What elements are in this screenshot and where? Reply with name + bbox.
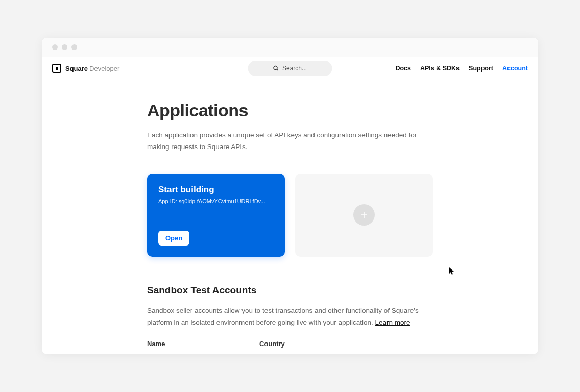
search-placeholder: Search... <box>282 65 307 72</box>
window-titlebar <box>42 38 538 57</box>
sandbox-section-title: Sandbox Test Accounts <box>147 285 433 296</box>
browser-window: SquareDeveloper Search... Docs APIs & SD… <box>42 38 538 354</box>
window-minimize-button[interactable] <box>62 44 67 50</box>
page-title: Applications <box>147 101 433 120</box>
brand-logo[interactable]: SquareDeveloper <box>52 64 119 73</box>
nav-docs[interactable]: Docs <box>395 65 411 72</box>
learn-more-link[interactable]: Learn more <box>375 318 410 326</box>
square-logo-icon <box>52 64 61 73</box>
nav-apis-sdks[interactable]: APIs & SDKs <box>420 65 460 72</box>
nav-account[interactable]: Account <box>502 65 528 72</box>
applications-grid: Start building App ID: sq0idp-fAOMvYCvtm… <box>147 174 433 257</box>
search-input[interactable]: Search... <box>248 61 332 76</box>
search-icon <box>273 65 279 71</box>
brand-name: SquareDeveloper <box>65 64 119 73</box>
application-card[interactable]: Start building App ID: sq0idp-fAOMvYCvtm… <box>147 174 285 257</box>
application-id: App ID: sq0idp-fAOMvYCvtmu1UDRLfDv... <box>158 198 274 204</box>
window-close-button[interactable] <box>52 44 58 50</box>
plus-icon <box>353 204 375 226</box>
sandbox-section-description: Sandbox seller accounts allow you to tes… <box>147 305 433 329</box>
table-column-name: Name <box>147 340 259 348</box>
application-title: Start building <box>158 185 274 195</box>
open-application-button[interactable]: Open <box>158 231 189 246</box>
nav-support[interactable]: Support <box>469 65 493 72</box>
sandbox-table-header: Name Country <box>147 340 433 353</box>
svg-line-1 <box>277 69 278 71</box>
main-content: Applications Each application provides a… <box>42 80 538 354</box>
page-description: Each application provides a unique set o… <box>147 130 433 153</box>
window-maximize-button[interactable] <box>71 44 77 50</box>
svg-point-0 <box>274 66 277 70</box>
top-header: SquareDeveloper Search... Docs APIs & SD… <box>42 57 538 80</box>
add-application-card[interactable] <box>295 174 433 257</box>
table-column-country: Country <box>259 340 285 348</box>
main-nav: Docs APIs & SDKs Support Account <box>395 65 528 72</box>
cursor-icon <box>449 267 455 276</box>
